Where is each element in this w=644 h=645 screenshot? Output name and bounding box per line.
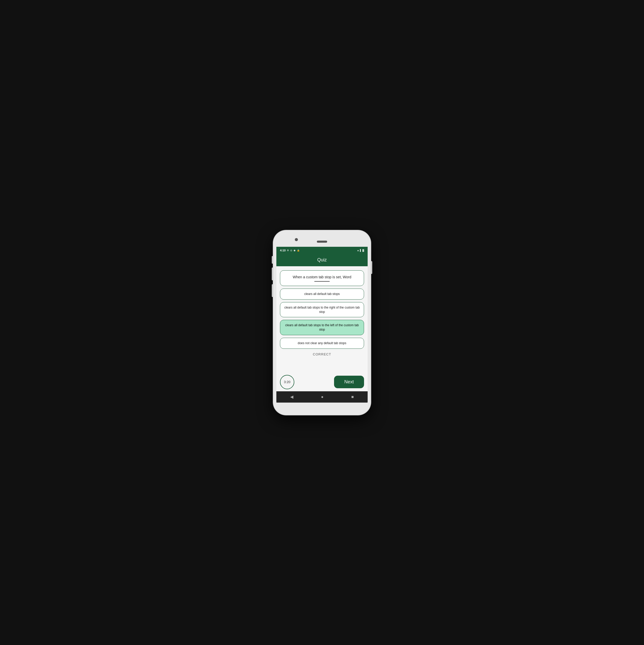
- recent-nav-icon[interactable]: ■: [351, 395, 354, 399]
- back-nav-icon[interactable]: ◀: [290, 394, 293, 399]
- timer-circle: 3:20: [280, 375, 294, 389]
- home-nav-icon[interactable]: ●: [321, 395, 324, 399]
- camera-button: [272, 284, 273, 297]
- bottom-row: 3:20 Next: [276, 373, 368, 391]
- status-bar: 4:10 ⚙ ◎ ◉ 🔒 ▲ ▌ ▓: [276, 247, 368, 254]
- question-card: When a custom tab stop is set, Word: [280, 270, 364, 286]
- nav-bar: ◀ ● ■: [276, 391, 368, 403]
- screen: 4:10 ⚙ ◎ ◉ 🔒 ▲ ▌ ▓ Quiz When a custom ta…: [276, 233, 368, 412]
- shield-icon: ◎: [290, 249, 292, 252]
- wifi-icon: ▲: [357, 249, 359, 252]
- earpiece: [317, 241, 327, 243]
- option-c-text: clears all default tab stops to the left…: [285, 324, 359, 331]
- volume-down-button: [272, 267, 273, 280]
- volume-up-button: [272, 256, 273, 264]
- power-button: [371, 261, 372, 274]
- app-bar: Quiz: [276, 254, 368, 266]
- option-a-text: clears all default tab stops: [304, 292, 340, 296]
- battery-icon: ▓: [362, 249, 364, 252]
- settings-icon: ⚙: [287, 249, 289, 252]
- signal-icon: ▌: [360, 249, 361, 252]
- lock-icon: 🔒: [297, 249, 300, 252]
- phone-frame: 4:10 ⚙ ◎ ◉ 🔒 ▲ ▌ ▓ Quiz When a custom ta…: [273, 230, 371, 415]
- question-underline: [314, 281, 330, 282]
- app-title: Quiz: [317, 257, 327, 263]
- option-d-text: does not clear any default tab stops: [298, 341, 346, 345]
- option-c[interactable]: clears all default tab stops to the left…: [280, 320, 364, 335]
- next-button[interactable]: Next: [334, 376, 364, 388]
- timer-display: 3:20: [284, 380, 290, 384]
- circle-icon: ◉: [294, 249, 296, 252]
- status-right-icons: ▲ ▌ ▓: [357, 249, 364, 252]
- content-area: When a custom tab stop is set, Word clea…: [276, 266, 368, 373]
- front-camera: [295, 238, 298, 241]
- option-d[interactable]: does not clear any default tab stops: [280, 338, 364, 349]
- bottom-bezel: [276, 403, 368, 412]
- option-b-text: clears all default tab stops to the righ…: [284, 306, 360, 314]
- option-a[interactable]: clears all default tab stops: [280, 288, 364, 299]
- feedback-label: CORRECT: [280, 352, 364, 356]
- status-time: 4:10: [280, 249, 286, 252]
- question-text: When a custom tab stop is set, Word: [293, 275, 351, 279]
- top-bezel: [276, 233, 368, 247]
- option-b[interactable]: clears all default tab stops to the righ…: [280, 302, 364, 317]
